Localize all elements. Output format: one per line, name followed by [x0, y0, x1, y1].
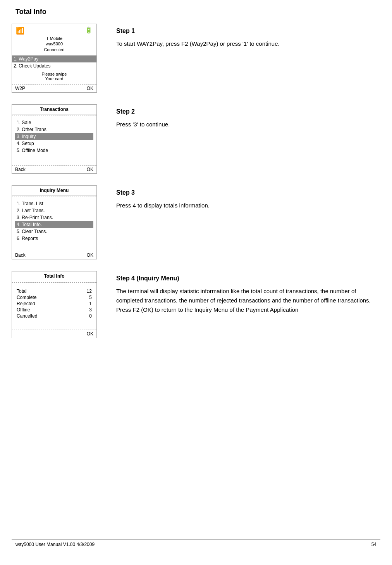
step3-content: Step 3 Press 4 to display totals informa…	[105, 185, 380, 259]
rejected-value: 1	[89, 301, 92, 306]
device-screen-1: 📶 🔋 T-Mobileway5000Connected 1. Way2Pay …	[12, 24, 97, 93]
divider2	[12, 116, 96, 116]
menu-item-offline-mode[interactable]: 5. Offline Mode	[15, 147, 93, 154]
device-name: T-Mobileway5000Connected	[12, 36, 96, 52]
rejected-label: Rejected	[17, 301, 35, 306]
screen2-footer-left[interactable]: Back	[15, 167, 26, 172]
menu-item-other-trans[interactable]: 2. Other Trans.	[15, 126, 93, 133]
screen1-footer-left[interactable]: W2P	[15, 86, 25, 91]
page-container: Total Info 📶 🔋 T-Mobileway5000Connected …	[0, 0, 392, 565]
screen1-footer: W2P OK	[12, 84, 96, 92]
divider3	[12, 197, 96, 197]
total-value: 12	[87, 289, 92, 294]
screen2-header: Transactions	[12, 105, 96, 114]
menu-item-total-info[interactable]: 4. Total Info.	[15, 221, 93, 228]
screen4-footer: OK	[12, 330, 96, 338]
step1-title: Step 1	[116, 28, 380, 35]
step2-content: Step 2 Press '3' to continue.	[105, 104, 380, 174]
step4-row: Total Info Total 12 Complete 5 Rejected …	[12, 271, 380, 338]
step1-content: Step 1 To start WAY2Pay, press F2 (Way2P…	[105, 24, 380, 93]
device-screen-3: Inquiry Menu 1. Trans. List 2. Last Tran…	[12, 185, 97, 259]
device-screen-2: Transactions 1. Sale 2. Other Trans. 3. …	[12, 104, 97, 174]
screen4-body: Total 12 Complete 5 Rejected 1 Offline 3	[12, 284, 96, 328]
page-footer: way5000 User Manual V1.00 4/3/2009 54	[12, 539, 380, 549]
screen3-header: Inquiry Menu	[12, 186, 96, 195]
screen2-footer-right[interactable]: OK	[87, 167, 93, 172]
step3-screen: Inquiry Menu 1. Trans. List 2. Last Tran…	[12, 185, 105, 259]
step2-screen: Transactions 1. Sale 2. Other Trans. 3. …	[12, 104, 105, 174]
menu-item-reprint[interactable]: 3. Re-Print Trans.	[15, 214, 93, 221]
screen3-footer: Back OK	[12, 251, 96, 259]
step4-title: Step 4 (Inquiry Menu)	[116, 275, 380, 282]
cancelled-label: Cancelled	[17, 313, 37, 319]
divider1	[12, 54, 96, 54]
menu-item-reports[interactable]: 6. Reports	[15, 235, 93, 242]
screen4-footer-right[interactable]: OK	[87, 331, 93, 337]
screen2-footer: Back OK	[12, 165, 96, 173]
device-screen-4: Total Info Total 12 Complete 5 Rejected …	[12, 271, 97, 338]
step3-text: Press 4 to display totals information.	[116, 201, 380, 210]
signal-icon: 📶	[16, 26, 24, 35]
step4-content: Step 4 (Inquiry Menu) The terminal will …	[105, 271, 380, 338]
step1-text: To start WAY2Pay, press F2 (Way2Pay) or …	[116, 39, 380, 48]
page-title: Total Info	[12, 8, 380, 16]
menu-item-last-trans[interactable]: 2. Last Trans.	[15, 207, 93, 214]
cancelled-row: Cancelled 0	[15, 313, 93, 319]
menu-item-way2pay[interactable]: 1. Way2Pay	[12, 55, 96, 62]
step4-text: The terminal will display statistic info…	[116, 287, 380, 314]
menu-item-setup[interactable]: 4. Setup	[15, 140, 93, 147]
complete-value: 5	[89, 295, 92, 300]
offline-value: 3	[89, 307, 92, 313]
rejected-row: Rejected 1	[15, 301, 93, 307]
screen1-footer-right[interactable]: OK	[87, 86, 93, 91]
spacer	[12, 350, 380, 539]
total-row: Total 12	[15, 288, 93, 294]
total-label: Total	[17, 289, 26, 294]
step1-screen: 📶 🔋 T-Mobileway5000Connected 1. Way2Pay …	[12, 24, 105, 93]
complete-label: Complete	[17, 295, 36, 300]
step2-text: Press '3' to continue.	[116, 120, 380, 129]
menu-item-inquiry[interactable]: 3. Inquiry	[15, 133, 93, 140]
step3-row: Inquiry Menu 1. Trans. List 2. Last Tran…	[12, 185, 380, 259]
screen3-footer-right[interactable]: OK	[87, 252, 93, 258]
step4-screen: Total Info Total 12 Complete 5 Rejected …	[12, 271, 105, 338]
step2-title: Step 2	[116, 108, 380, 115]
step3-title: Step 3	[116, 189, 380, 196]
menu-item-check-updates[interactable]: 2. Check Updates	[12, 62, 96, 69]
menu-item-trans-list[interactable]: 1. Trans. List	[15, 200, 93, 207]
offline-row: Offline 3	[15, 307, 93, 313]
screen4-header: Total Info	[12, 271, 96, 281]
footer-right: 54	[371, 542, 377, 547]
divider4	[12, 282, 96, 283]
offline-label: Offline	[17, 307, 30, 313]
swipe-text: Please swipeYour card	[12, 69, 96, 83]
menu-item-clear-trans[interactable]: 5. Clear Trans.	[15, 228, 93, 235]
step2-row: Transactions 1. Sale 2. Other Trans. 3. …	[12, 104, 380, 174]
cancelled-value: 0	[89, 313, 92, 319]
screen3-footer-left[interactable]: Back	[15, 252, 26, 258]
screen3-body: 1. Trans. List 2. Last Trans. 3. Re-Prin…	[12, 198, 96, 244]
screen2-body: 1. Sale 2. Other Trans. 3. Inquiry 4. Se…	[12, 117, 96, 156]
complete-row: Complete 5	[15, 294, 93, 301]
footer-left: way5000 User Manual V1.00 4/3/2009	[15, 542, 95, 547]
battery-icon: 🔋	[85, 26, 93, 34]
screen1-top: 📶 🔋	[12, 24, 96, 36]
menu-item-sale[interactable]: 1. Sale	[15, 119, 93, 126]
step1-row: 📶 🔋 T-Mobileway5000Connected 1. Way2Pay …	[12, 24, 380, 93]
